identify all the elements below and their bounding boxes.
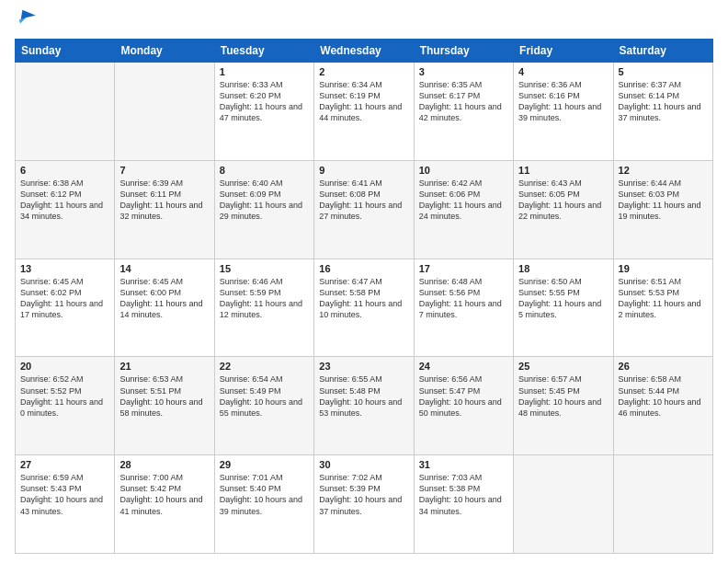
calendar-cell [115, 63, 214, 161]
day-number: 14 [119, 263, 209, 274]
calendar: SundayMondayTuesdayWednesdayThursdayFrid… [15, 39, 713, 554]
day-number: 6 [20, 165, 109, 176]
day-number: 15 [220, 263, 309, 274]
calendar-cell: 22Sunrise: 6:54 AM Sunset: 5:49 PM Dayli… [214, 357, 313, 455]
bird-icon [15, 6, 37, 28]
calendar-cell: 2Sunrise: 6:34 AM Sunset: 6:19 PM Daylig… [314, 63, 414, 161]
day-number: 12 [619, 165, 708, 176]
day-number: 11 [518, 165, 608, 176]
calendar-cell: 3Sunrise: 6:35 AM Sunset: 6:17 PM Daylig… [414, 63, 513, 161]
calendar-cell: 5Sunrise: 6:37 AM Sunset: 6:14 PM Daylig… [613, 63, 712, 161]
logo [15, 9, 39, 31]
calendar-cell: 9Sunrise: 6:41 AM Sunset: 6:08 PM Daylig… [314, 160, 414, 259]
weekday-header-monday: Monday [115, 40, 214, 63]
day-info: Sunrise: 6:41 AM Sunset: 6:08 PM Dayligh… [319, 178, 408, 223]
day-info: Sunrise: 7:02 AM Sunset: 5:39 PM Dayligh… [319, 472, 408, 517]
day-number: 28 [119, 459, 209, 470]
day-info: Sunrise: 6:37 AM Sunset: 6:14 PM Dayligh… [619, 79, 708, 124]
day-info: Sunrise: 6:46 AM Sunset: 5:59 PM Dayligh… [220, 276, 309, 321]
day-info: Sunrise: 6:53 AM Sunset: 5:51 PM Dayligh… [119, 373, 209, 419]
day-info: Sunrise: 6:55 AM Sunset: 5:48 PM Dayligh… [319, 373, 408, 419]
header [15, 9, 713, 31]
day-info: Sunrise: 6:56 AM Sunset: 5:47 PM Dayligh… [419, 373, 508, 419]
weekday-header-tuesday: Tuesday [214, 40, 313, 63]
day-number: 26 [619, 361, 708, 372]
calendar-cell [514, 455, 613, 554]
weekday-header-friday: Friday [514, 40, 613, 63]
day-number: 2 [319, 66, 408, 77]
calendar-cell: 4Sunrise: 6:36 AM Sunset: 6:16 PM Daylig… [514, 63, 613, 161]
calendar-cell [16, 63, 115, 161]
calendar-cell: 11Sunrise: 6:43 AM Sunset: 6:05 PM Dayli… [514, 160, 613, 259]
day-number: 5 [619, 66, 708, 77]
calendar-cell: 20Sunrise: 6:52 AM Sunset: 5:52 PM Dayli… [16, 357, 115, 455]
day-number: 27 [20, 459, 109, 470]
calendar-cell: 26Sunrise: 6:58 AM Sunset: 5:44 PM Dayli… [613, 357, 712, 455]
day-number: 19 [619, 263, 708, 274]
day-info: Sunrise: 6:45 AM Sunset: 6:00 PM Dayligh… [119, 276, 209, 321]
calendar-cell [613, 455, 712, 554]
day-info: Sunrise: 6:51 AM Sunset: 5:53 PM Dayligh… [619, 276, 708, 321]
calendar-cell: 16Sunrise: 6:47 AM Sunset: 5:58 PM Dayli… [314, 259, 414, 357]
svg-marker-0 [20, 10, 36, 23]
day-number: 16 [319, 263, 408, 274]
day-info: Sunrise: 6:39 AM Sunset: 6:11 PM Dayligh… [119, 178, 209, 223]
calendar-cell: 18Sunrise: 6:50 AM Sunset: 5:55 PM Dayli… [514, 259, 613, 357]
day-info: Sunrise: 7:01 AM Sunset: 5:40 PM Dayligh… [220, 472, 309, 517]
calendar-cell: 1Sunrise: 6:33 AM Sunset: 6:20 PM Daylig… [214, 63, 313, 161]
day-info: Sunrise: 6:48 AM Sunset: 5:56 PM Dayligh… [419, 276, 508, 321]
calendar-week-row: 20Sunrise: 6:52 AM Sunset: 5:52 PM Dayli… [16, 357, 713, 455]
calendar-cell: 24Sunrise: 6:56 AM Sunset: 5:47 PM Dayli… [414, 357, 513, 455]
day-info: Sunrise: 6:58 AM Sunset: 5:44 PM Dayligh… [619, 373, 708, 419]
day-info: Sunrise: 6:38 AM Sunset: 6:12 PM Dayligh… [20, 178, 109, 223]
day-info: Sunrise: 6:54 AM Sunset: 5:49 PM Dayligh… [220, 373, 309, 419]
day-number: 13 [20, 263, 109, 274]
day-number: 7 [119, 165, 209, 176]
day-number: 1 [220, 66, 309, 77]
calendar-cell: 17Sunrise: 6:48 AM Sunset: 5:56 PM Dayli… [414, 259, 513, 357]
calendar-week-row: 27Sunrise: 6:59 AM Sunset: 5:43 PM Dayli… [16, 455, 713, 554]
day-info: Sunrise: 6:57 AM Sunset: 5:45 PM Dayligh… [518, 373, 608, 419]
day-number: 21 [119, 361, 209, 372]
day-number: 8 [220, 165, 309, 176]
day-info: Sunrise: 7:03 AM Sunset: 5:38 PM Dayligh… [419, 472, 508, 517]
day-info: Sunrise: 6:45 AM Sunset: 6:02 PM Dayligh… [20, 276, 109, 321]
day-number: 31 [419, 459, 508, 470]
weekday-header-row: SundayMondayTuesdayWednesdayThursdayFrid… [16, 40, 713, 63]
day-number: 17 [419, 263, 508, 274]
calendar-cell: 28Sunrise: 7:00 AM Sunset: 5:42 PM Dayli… [115, 455, 214, 554]
day-info: Sunrise: 6:42 AM Sunset: 6:06 PM Dayligh… [419, 178, 508, 223]
calendar-cell: 12Sunrise: 6:44 AM Sunset: 6:03 PM Dayli… [613, 160, 712, 259]
calendar-week-row: 6Sunrise: 6:38 AM Sunset: 6:12 PM Daylig… [16, 160, 713, 259]
calendar-cell: 14Sunrise: 6:45 AM Sunset: 6:00 PM Dayli… [115, 259, 214, 357]
day-info: Sunrise: 6:43 AM Sunset: 6:05 PM Dayligh… [518, 178, 608, 223]
calendar-cell: 21Sunrise: 6:53 AM Sunset: 5:51 PM Dayli… [115, 357, 214, 455]
calendar-cell: 23Sunrise: 6:55 AM Sunset: 5:48 PM Dayli… [314, 357, 414, 455]
day-number: 9 [319, 165, 408, 176]
calendar-cell: 27Sunrise: 6:59 AM Sunset: 5:43 PM Dayli… [16, 455, 115, 554]
day-info: Sunrise: 6:36 AM Sunset: 6:16 PM Dayligh… [518, 79, 608, 124]
calendar-cell: 19Sunrise: 6:51 AM Sunset: 5:53 PM Dayli… [613, 259, 712, 357]
day-info: Sunrise: 7:00 AM Sunset: 5:42 PM Dayligh… [119, 472, 209, 517]
day-number: 22 [220, 361, 309, 372]
day-number: 25 [518, 361, 608, 372]
day-number: 23 [319, 361, 408, 372]
day-number: 20 [20, 361, 109, 372]
day-info: Sunrise: 6:47 AM Sunset: 5:58 PM Dayligh… [319, 276, 408, 321]
calendar-week-row: 1Sunrise: 6:33 AM Sunset: 6:20 PM Daylig… [16, 63, 713, 161]
calendar-cell: 13Sunrise: 6:45 AM Sunset: 6:02 PM Dayli… [16, 259, 115, 357]
day-info: Sunrise: 6:33 AM Sunset: 6:20 PM Dayligh… [220, 79, 309, 124]
calendar-cell: 7Sunrise: 6:39 AM Sunset: 6:11 PM Daylig… [115, 160, 214, 259]
calendar-cell: 6Sunrise: 6:38 AM Sunset: 6:12 PM Daylig… [16, 160, 115, 259]
weekday-header-saturday: Saturday [613, 40, 712, 63]
calendar-cell: 25Sunrise: 6:57 AM Sunset: 5:45 PM Dayli… [514, 357, 613, 455]
day-info: Sunrise: 6:50 AM Sunset: 5:55 PM Dayligh… [518, 276, 608, 321]
day-info: Sunrise: 6:40 AM Sunset: 6:09 PM Dayligh… [220, 178, 309, 223]
calendar-cell: 30Sunrise: 7:02 AM Sunset: 5:39 PM Dayli… [314, 455, 414, 554]
day-number: 29 [220, 459, 309, 470]
day-number: 18 [518, 263, 608, 274]
day-info: Sunrise: 6:35 AM Sunset: 6:17 PM Dayligh… [419, 79, 508, 124]
calendar-cell: 8Sunrise: 6:40 AM Sunset: 6:09 PM Daylig… [214, 160, 313, 259]
weekday-header-thursday: Thursday [414, 40, 513, 63]
calendar-cell: 15Sunrise: 6:46 AM Sunset: 5:59 PM Dayli… [214, 259, 313, 357]
